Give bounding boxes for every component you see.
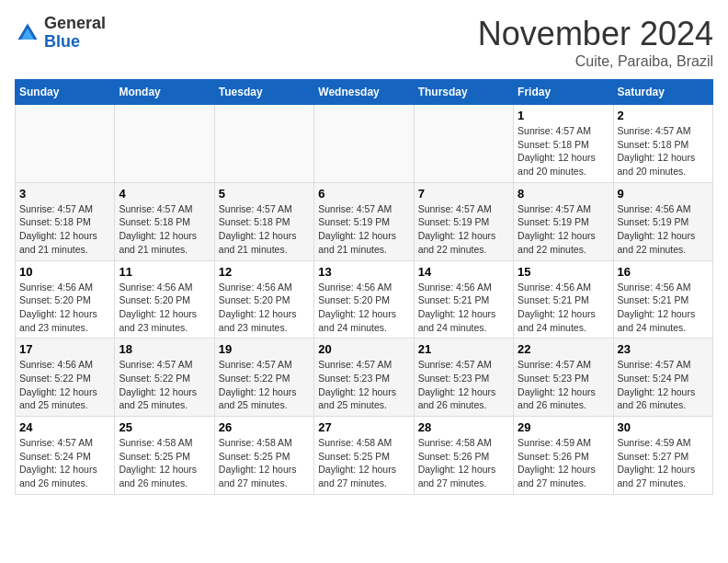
day-number: 13: [318, 265, 409, 279]
day-info: Sunrise: 4:57 AM Sunset: 5:19 PM Dayligh…: [418, 202, 509, 257]
day-cell: 30Sunrise: 4:59 AM Sunset: 5:27 PM Dayli…: [613, 417, 712, 495]
week-row-5: 24Sunrise: 4:57 AM Sunset: 5:24 PM Dayli…: [16, 417, 713, 495]
day-cell: 18Sunrise: 4:57 AM Sunset: 5:22 PM Dayli…: [115, 339, 214, 417]
day-cell: [115, 105, 214, 183]
day-info: Sunrise: 4:57 AM Sunset: 5:18 PM Dayligh…: [618, 124, 709, 178]
day-info: Sunrise: 4:57 AM Sunset: 5:18 PM Dayligh…: [518, 124, 609, 178]
day-cell: [214, 105, 313, 183]
day-number: 21: [418, 342, 509, 356]
logo-icon: [15, 20, 40, 46]
day-cell: 19Sunrise: 4:57 AM Sunset: 5:22 PM Dayli…: [214, 339, 313, 417]
day-number: 2: [618, 109, 709, 122]
day-cell: 7Sunrise: 4:57 AM Sunset: 5:19 PM Daylig…: [414, 182, 513, 260]
day-cell: 17Sunrise: 4:56 AM Sunset: 5:22 PM Dayli…: [16, 339, 115, 417]
day-info: Sunrise: 4:59 AM Sunset: 5:26 PM Dayligh…: [518, 436, 609, 490]
day-number: 11: [119, 265, 210, 279]
day-number: 12: [219, 265, 310, 279]
month-title: November 2024: [478, 15, 713, 53]
logo-blue-text: Blue: [44, 33, 106, 52]
day-cell: 13Sunrise: 4:56 AM Sunset: 5:20 PM Dayli…: [314, 260, 414, 339]
weekday-header-wednesday: Wednesday: [314, 80, 414, 105]
day-info: Sunrise: 4:56 AM Sunset: 5:21 PM Dayligh…: [418, 281, 509, 335]
week-row-4: 17Sunrise: 4:56 AM Sunset: 5:22 PM Dayli…: [16, 339, 713, 417]
day-info: Sunrise: 4:59 AM Sunset: 5:27 PM Dayligh…: [618, 436, 709, 490]
day-cell: 11Sunrise: 4:56 AM Sunset: 5:20 PM Dayli…: [115, 260, 214, 339]
day-number: 22: [518, 342, 609, 356]
day-info: Sunrise: 4:57 AM Sunset: 5:23 PM Dayligh…: [518, 358, 609, 412]
day-info: Sunrise: 4:58 AM Sunset: 5:25 PM Dayligh…: [119, 436, 210, 490]
day-cell: 20Sunrise: 4:57 AM Sunset: 5:23 PM Dayli…: [314, 339, 414, 417]
weekday-header-tuesday: Tuesday: [214, 80, 313, 105]
week-row-3: 10Sunrise: 4:56 AM Sunset: 5:20 PM Dayli…: [16, 260, 713, 339]
day-cell: 28Sunrise: 4:58 AM Sunset: 5:26 PM Dayli…: [414, 417, 513, 495]
day-info: Sunrise: 4:56 AM Sunset: 5:21 PM Dayligh…: [518, 281, 609, 335]
day-cell: 24Sunrise: 4:57 AM Sunset: 5:24 PM Dayli…: [16, 417, 115, 495]
day-info: Sunrise: 4:57 AM Sunset: 5:22 PM Dayligh…: [219, 358, 310, 412]
title-block: November 2024 Cuite, Paraiba, Brazil: [478, 15, 713, 70]
day-cell: 29Sunrise: 4:59 AM Sunset: 5:26 PM Dayli…: [514, 417, 613, 495]
day-number: 20: [318, 342, 409, 356]
weekday-header-friday: Friday: [514, 80, 613, 105]
day-number: 14: [418, 265, 509, 279]
day-info: Sunrise: 4:58 AM Sunset: 5:25 PM Dayligh…: [318, 436, 409, 490]
day-info: Sunrise: 4:56 AM Sunset: 5:22 PM Dayligh…: [19, 358, 110, 412]
day-cell: 2Sunrise: 4:57 AM Sunset: 5:18 PM Daylig…: [613, 105, 712, 183]
day-cell: 15Sunrise: 4:56 AM Sunset: 5:21 PM Dayli…: [514, 260, 613, 339]
day-cell: 12Sunrise: 4:56 AM Sunset: 5:20 PM Dayli…: [214, 260, 313, 339]
day-info: Sunrise: 4:57 AM Sunset: 5:24 PM Dayligh…: [618, 358, 709, 412]
day-number: 5: [219, 187, 310, 201]
day-number: 8: [518, 187, 609, 201]
day-cell: [16, 105, 115, 183]
day-cell: 23Sunrise: 4:57 AM Sunset: 5:24 PM Dayli…: [613, 339, 712, 417]
day-cell: 4Sunrise: 4:57 AM Sunset: 5:18 PM Daylig…: [115, 182, 214, 260]
day-cell: 10Sunrise: 4:56 AM Sunset: 5:20 PM Dayli…: [16, 260, 115, 339]
day-number: 29: [518, 420, 609, 434]
day-number: 27: [318, 420, 409, 434]
day-cell: 25Sunrise: 4:58 AM Sunset: 5:25 PM Dayli…: [115, 417, 214, 495]
page-header: General Blue November 2024 Cuite, Paraib…: [15, 15, 713, 70]
day-number: 6: [318, 187, 409, 201]
day-cell: 16Sunrise: 4:56 AM Sunset: 5:21 PM Dayli…: [613, 260, 712, 339]
day-number: 17: [19, 342, 110, 356]
location: Cuite, Paraiba, Brazil: [478, 53, 713, 70]
day-info: Sunrise: 4:58 AM Sunset: 5:25 PM Dayligh…: [219, 436, 310, 490]
day-cell: 22Sunrise: 4:57 AM Sunset: 5:23 PM Dayli…: [514, 339, 613, 417]
day-info: Sunrise: 4:57 AM Sunset: 5:19 PM Dayligh…: [518, 202, 609, 257]
day-cell: 27Sunrise: 4:58 AM Sunset: 5:25 PM Dayli…: [314, 417, 414, 495]
day-number: 30: [618, 420, 709, 434]
day-number: 26: [219, 420, 310, 434]
day-number: 23: [618, 342, 709, 356]
weekday-header-monday: Monday: [115, 80, 214, 105]
day-cell: 1Sunrise: 4:57 AM Sunset: 5:18 PM Daylig…: [514, 105, 613, 183]
day-number: 3: [19, 187, 110, 201]
weekday-header-row: SundayMondayTuesdayWednesdayThursdayFrid…: [16, 80, 713, 105]
day-number: 16: [618, 265, 709, 279]
day-cell: 8Sunrise: 4:57 AM Sunset: 5:19 PM Daylig…: [514, 182, 613, 260]
day-info: Sunrise: 4:56 AM Sunset: 5:21 PM Dayligh…: [618, 281, 709, 335]
day-info: Sunrise: 4:56 AM Sunset: 5:20 PM Dayligh…: [119, 281, 210, 335]
day-info: Sunrise: 4:56 AM Sunset: 5:19 PM Dayligh…: [618, 202, 709, 257]
day-number: 1: [518, 109, 609, 122]
day-number: 24: [19, 420, 110, 434]
day-number: 28: [418, 420, 509, 434]
day-cell: 9Sunrise: 4:56 AM Sunset: 5:19 PM Daylig…: [613, 182, 712, 260]
day-info: Sunrise: 4:57 AM Sunset: 5:18 PM Dayligh…: [19, 202, 110, 257]
day-number: 4: [119, 187, 210, 201]
day-number: 7: [418, 187, 509, 201]
day-cell: [414, 105, 513, 183]
weekday-header-thursday: Thursday: [414, 80, 513, 105]
day-number: 9: [618, 187, 709, 201]
day-number: 18: [119, 342, 210, 356]
day-number: 19: [219, 342, 310, 356]
day-cell: 21Sunrise: 4:57 AM Sunset: 5:23 PM Dayli…: [414, 339, 513, 417]
calendar-table: SundayMondayTuesdayWednesdayThursdayFrid…: [15, 79, 713, 495]
day-number: 15: [518, 265, 609, 279]
day-number: 25: [119, 420, 210, 434]
day-cell: 26Sunrise: 4:58 AM Sunset: 5:25 PM Dayli…: [214, 417, 313, 495]
day-cell: [314, 105, 414, 183]
day-info: Sunrise: 4:57 AM Sunset: 5:19 PM Dayligh…: [318, 202, 409, 257]
weekday-header-sunday: Sunday: [16, 80, 115, 105]
logo-general-text: General: [44, 15, 106, 33]
day-info: Sunrise: 4:56 AM Sunset: 5:20 PM Dayligh…: [219, 281, 310, 335]
day-info: Sunrise: 4:57 AM Sunset: 5:18 PM Dayligh…: [219, 202, 310, 257]
